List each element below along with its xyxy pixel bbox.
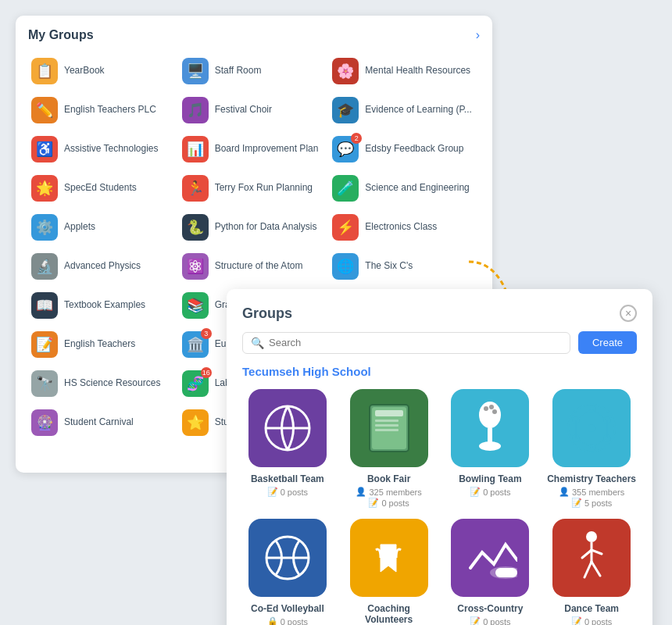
group-item[interactable]: ⚛️Structure of the Atom xyxy=(179,248,330,284)
card-name: Basketball Team xyxy=(251,473,324,484)
group-name: Textbook Examples xyxy=(64,299,145,312)
group-item[interactable]: 🌐The Six C's xyxy=(329,248,480,284)
card-meta-members: 👤 325 members xyxy=(356,487,421,497)
group-item[interactable]: 🎓Evidence of Learning (P... xyxy=(329,92,480,128)
panel-expand-icon[interactable]: › xyxy=(476,28,480,42)
svg-point-11 xyxy=(492,409,497,414)
group-item[interactable]: ♿Assistive Technologies xyxy=(28,131,179,167)
card-meta-members: 📝 0 posts xyxy=(470,616,510,625)
my-groups-title: My Groups xyxy=(28,28,94,42)
svg-rect-6 xyxy=(375,424,399,427)
svg-rect-7 xyxy=(375,429,399,431)
svg-rect-31 xyxy=(495,568,517,577)
card-name: Dance Team xyxy=(564,603,619,614)
card-name: Cross-Country xyxy=(457,603,523,614)
group-item[interactable]: 📋YearBook xyxy=(28,53,179,89)
group-item[interactable]: 📖Textbook Examples xyxy=(28,288,179,323)
group-item[interactable]: 🎵Festival Choir xyxy=(179,92,330,128)
group-name: Board Improvement Plan xyxy=(215,143,319,155)
group-item[interactable]: 📝English Teachers xyxy=(28,327,179,362)
group-item[interactable]: 🔬Advanced Physics xyxy=(28,248,179,284)
group-name: The Six C's xyxy=(365,260,413,273)
group-name: Mental Health Resources xyxy=(365,65,470,77)
group-name: Python for Data Analysis xyxy=(215,221,317,234)
card-meta-posts: 📝 0 posts xyxy=(368,498,409,508)
group-name: Science and Engineering xyxy=(365,182,469,195)
card-grid: Basketball Team📝 0 postsBook Fair👤 325 m… xyxy=(242,389,637,625)
group-name: Structure of the Atom xyxy=(215,260,303,273)
group-name: YearBook xyxy=(64,65,105,77)
svg-rect-4 xyxy=(375,410,403,416)
group-name: Applets xyxy=(64,221,95,234)
card-meta-members: 📝 0 posts xyxy=(470,487,510,497)
card-name: Chemistry Teachers xyxy=(547,473,636,484)
svg-point-10 xyxy=(489,405,494,409)
svg-rect-5 xyxy=(375,420,399,422)
card-name: Coaching Volunteers xyxy=(344,603,434,625)
card-meta-members: 👤 355 members xyxy=(559,487,624,497)
group-item[interactable]: ✏️English Teachers PLC xyxy=(28,92,179,128)
group-item[interactable]: 📊Board Improvement Plan xyxy=(179,131,330,167)
group-item[interactable]: 🧪Science and Engineering xyxy=(329,170,480,206)
group-item[interactable]: 🌸Mental Health Resources xyxy=(329,53,480,89)
card-name: Co-Ed Volleyball xyxy=(251,603,324,614)
svg-line-22 xyxy=(592,409,607,420)
group-card[interactable]: Coaching Volunteers📝 0 posts xyxy=(344,519,434,625)
svg-point-9 xyxy=(484,406,488,411)
search-create-row: 🔍 Create xyxy=(242,331,637,354)
search-box: 🔍 xyxy=(242,332,570,354)
group-name: Evidence of Learning (P... xyxy=(365,104,472,116)
card-meta-posts: 📝 5 posts xyxy=(571,498,612,508)
group-item[interactable]: 🏃Terry Fox Run Planning xyxy=(179,170,330,206)
group-card[interactable]: Basketball Team📝 0 posts xyxy=(242,389,333,508)
group-name: Student Carnival xyxy=(64,416,134,429)
svg-point-32 xyxy=(586,531,597,542)
card-meta-members: 📝 0 posts xyxy=(571,616,612,625)
group-name: Assistive Technologies xyxy=(64,143,159,155)
group-card[interactable]: Bowling Team📝 0 posts xyxy=(445,389,536,508)
card-meta-members: 📝 0 posts xyxy=(267,487,308,497)
svg-point-15 xyxy=(588,424,595,432)
panel-header: My Groups › xyxy=(28,28,480,42)
group-card[interactable]: Book Fair👤 325 members📝 0 posts xyxy=(344,389,434,508)
groups-modal-title: Groups xyxy=(242,305,292,322)
modal-header: Groups × xyxy=(242,305,637,322)
group-card[interactable]: Co-Ed Volleyball🔒 0 posts xyxy=(242,519,333,625)
close-button[interactable]: × xyxy=(620,305,637,322)
group-item[interactable]: ⚙️Applets xyxy=(28,209,179,245)
group-item[interactable]: 🖥️Staff Room xyxy=(179,53,330,89)
group-name: English Teachers xyxy=(64,338,135,351)
group-name: Electronics Class xyxy=(365,221,437,234)
svg-point-13 xyxy=(479,441,501,451)
group-item[interactable]: 🔭HS Science Resources xyxy=(28,366,179,402)
search-icon: 🔍 xyxy=(251,337,264,349)
create-button[interactable]: Create xyxy=(578,331,637,354)
group-name: Festival Choir xyxy=(215,104,272,116)
card-name: Bowling Team xyxy=(459,473,521,484)
group-item[interactable]: ⚡Electronics Class xyxy=(329,209,480,245)
group-item[interactable]: 🐍Python for Data Analysis xyxy=(179,209,330,245)
group-name: SpecEd Students xyxy=(64,182,137,195)
group-item[interactable]: 💬2Edsby Feedback Group xyxy=(329,131,480,167)
card-meta-locked: 🔒 0 posts xyxy=(267,616,308,625)
svg-line-27 xyxy=(576,409,592,420)
group-card[interactable]: Dance Team📝 0 posts xyxy=(546,519,637,625)
svg-rect-12 xyxy=(488,427,492,443)
group-name: Staff Room xyxy=(215,65,262,77)
group-card[interactable]: Cross-Country📝 0 posts xyxy=(445,519,536,625)
school-name: Tecumseh High School xyxy=(242,365,637,378)
group-card[interactable]: Chemistry Teachers👤 355 members📝 5 posts xyxy=(546,389,637,508)
group-name: Advanced Physics xyxy=(64,260,141,273)
group-name: HS Science Resources xyxy=(64,377,160,390)
group-item[interactable]: 🌟SpecEd Students xyxy=(28,170,179,206)
groups-modal: Groups × 🔍 Create Tecumseh High School B… xyxy=(227,289,652,625)
group-name: English Teachers PLC xyxy=(64,104,156,116)
group-name: Edsby Feedback Group xyxy=(365,143,463,155)
search-input[interactable] xyxy=(269,337,562,348)
group-name: Terry Fox Run Planning xyxy=(215,182,313,195)
card-name: Book Fair xyxy=(367,473,410,484)
group-item[interactable]: 🎡Student Carnival xyxy=(28,405,179,441)
